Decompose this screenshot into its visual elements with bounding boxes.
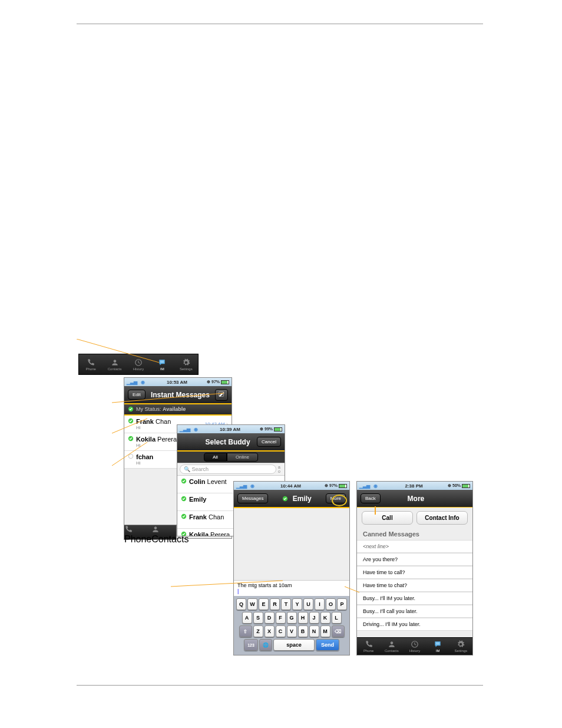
nav-title: Select Buddy xyxy=(199,438,257,446)
contact-name: fchan xyxy=(136,453,153,460)
key-n[interactable]: N xyxy=(309,625,319,637)
key-k[interactable]: K xyxy=(320,612,330,624)
tab-label: Contacts xyxy=(385,649,399,653)
canned-message-row[interactable]: <next line> xyxy=(357,540,472,553)
phone-icon xyxy=(365,640,373,648)
signal-icon: ▁▃▅ xyxy=(180,427,190,432)
search-bar: 🔍 Search ao xyxy=(177,463,285,476)
index-scrubber[interactable]: ao xyxy=(276,465,282,473)
key-z[interactable]: Z xyxy=(253,625,263,637)
canned-message-row[interactable]: Are you there? xyxy=(357,553,472,566)
nav-bar: Back More xyxy=(357,490,472,508)
key-d[interactable]: D xyxy=(265,612,275,624)
keyboard: QWERTYUIOP ASDFGHJKL ⇧ZXCVBNM⌫ 123🌐space… xyxy=(234,596,349,655)
key-e[interactable]: E xyxy=(259,598,269,610)
nav-bar: Select Buddy Cancel xyxy=(177,433,285,451)
history-icon xyxy=(134,358,143,367)
more-button[interactable]: More xyxy=(326,493,346,503)
presence-icon xyxy=(181,513,187,519)
key-i[interactable]: I xyxy=(315,598,325,610)
key-g[interactable]: G xyxy=(287,612,297,624)
contact-info-button[interactable]: Contact Info xyxy=(416,511,468,525)
canned-message-row[interactable]: Have time to call? xyxy=(357,566,472,579)
canned-message-row[interactable]: Busy... I'll call you later. xyxy=(357,605,472,618)
key-x[interactable]: X xyxy=(265,625,275,637)
signal-icon: ▁▃▅ xyxy=(236,483,247,489)
tab-history[interactable]: History xyxy=(127,354,150,374)
nav-bar: Edit Instant Messages xyxy=(124,386,232,404)
space-key[interactable]: space xyxy=(273,639,315,651)
search-input[interactable]: 🔍 Search xyxy=(180,465,276,474)
status-time: 2:38 PM xyxy=(380,483,448,489)
tab-contacts[interactable]: Contacts xyxy=(380,638,403,655)
status-label: My Status: xyxy=(136,406,161,412)
globe-key[interactable]: 🌐 xyxy=(259,639,272,651)
key-c[interactable]: C xyxy=(276,625,286,637)
key-y[interactable]: Y xyxy=(292,598,302,610)
presence-icon xyxy=(128,406,134,412)
contacts-icon xyxy=(388,640,396,648)
tab-bar-crop: Phone Contacts History IM Settings xyxy=(78,354,199,375)
tab-im[interactable]: IM xyxy=(150,354,174,374)
tab-im[interactable]: IM xyxy=(427,638,449,655)
key-r[interactable]: R xyxy=(270,598,280,610)
key-m[interactable]: M xyxy=(320,625,330,637)
tab-label: IM xyxy=(160,367,164,371)
status-time: 10:39 AM xyxy=(200,427,260,432)
screen-more: ▁▃▅ ◉ 2:38 PM ⊕ 50% Back More Call Conta… xyxy=(356,481,473,655)
key-o[interactable]: O xyxy=(326,598,336,610)
tab-label: History xyxy=(133,367,144,371)
number-key[interactable]: 123 xyxy=(244,639,258,651)
chat-title: Emily xyxy=(268,495,325,503)
tab-label: IM xyxy=(436,649,440,653)
key-u[interactable]: U xyxy=(303,598,313,610)
send-key[interactable]: Send xyxy=(316,639,339,651)
contacts-icon xyxy=(111,358,119,367)
tab-contacts[interactable]: Contacts xyxy=(103,354,126,374)
tab-settings[interactable]: Settings xyxy=(449,638,472,655)
nav-bar: Messages Emily More xyxy=(234,490,349,508)
key-t[interactable]: T xyxy=(281,598,291,610)
battery-icon xyxy=(221,380,229,384)
messages-back-button[interactable]: Messages xyxy=(237,493,268,503)
tab-history[interactable]: History xyxy=(403,638,426,655)
shift-key[interactable]: ⇧ xyxy=(239,625,252,637)
edit-button[interactable]: Edit xyxy=(128,390,146,400)
my-status-row[interactable]: My Status: Available xyxy=(124,404,232,416)
key-q[interactable]: Q xyxy=(236,598,246,610)
tab-settings[interactable]: Settings xyxy=(174,354,198,374)
tab-phone[interactable]: Phone xyxy=(79,354,103,374)
key-j[interactable]: J xyxy=(309,612,319,624)
chat-scroll-area[interactable] xyxy=(234,508,349,580)
key-f[interactable]: F xyxy=(276,612,286,624)
battery-icon xyxy=(339,484,347,488)
canned-message-row[interactable]: Busy... I'll IM you later. xyxy=(357,592,472,605)
key-w[interactable]: W xyxy=(247,598,257,610)
key-l[interactable]: L xyxy=(332,612,342,624)
status-time: 10:44 AM xyxy=(257,483,325,489)
key-v[interactable]: V xyxy=(287,625,297,637)
call-button[interactable]: Call xyxy=(362,511,413,525)
action-buttons: Call Contact Info xyxy=(357,508,472,529)
canned-message-row[interactable]: Have time to chat? xyxy=(357,579,472,592)
backspace-key[interactable]: ⌫ xyxy=(332,625,345,637)
message-input[interactable]: The mtg starts at 10am| xyxy=(234,580,349,596)
segment-bar: All Online xyxy=(177,451,285,463)
key-p[interactable]: P xyxy=(337,598,347,610)
key-b[interactable]: B xyxy=(298,625,308,637)
back-button[interactable]: Back xyxy=(361,493,381,503)
key-a[interactable]: A xyxy=(242,612,252,624)
cancel-button[interactable]: Cancel xyxy=(257,437,281,447)
segment-all[interactable]: All xyxy=(204,453,227,462)
compose-button[interactable] xyxy=(215,389,228,401)
tab-phone[interactable]: Phone xyxy=(357,638,380,655)
tab-phone[interactable]: Phone xyxy=(124,525,151,539)
key-s[interactable]: S xyxy=(253,612,263,624)
contact-name: Frank Chan xyxy=(136,418,171,425)
segment-online[interactable]: Online xyxy=(227,453,258,462)
canned-section-header: Canned Messages xyxy=(357,529,472,540)
canned-message-row[interactable]: Driving... I'll IM you later. xyxy=(357,618,472,631)
message-preview: Hi xyxy=(136,460,153,466)
battery-text: ⊕ 97% xyxy=(207,380,220,384)
key-h[interactable]: H xyxy=(298,612,308,624)
